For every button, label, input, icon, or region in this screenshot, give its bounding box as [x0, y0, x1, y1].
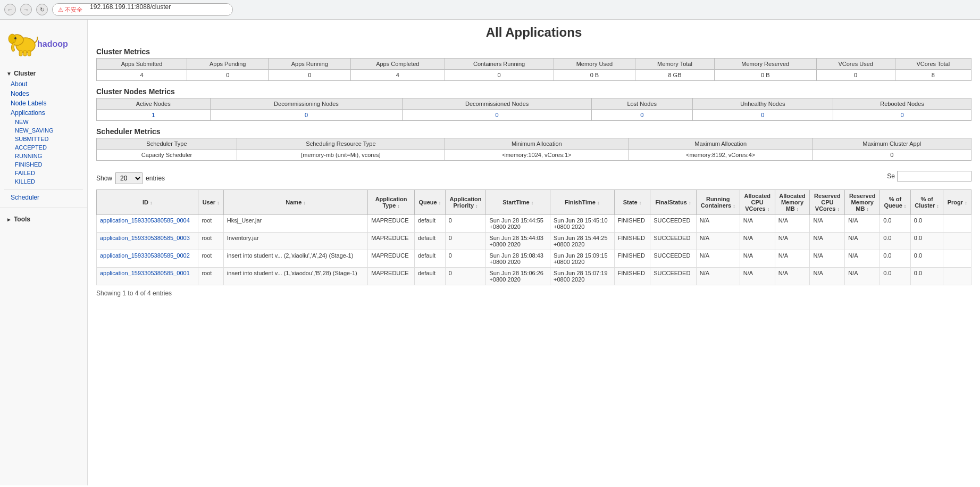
url-bar[interactable]: 192.168.199.11:8088/cluster — [85, 3, 227, 16]
table-cell: FINISHED — [614, 233, 650, 250]
col-header-state[interactable]: State ↕ — [614, 190, 650, 215]
svg-text:hadoop: hadoop — [37, 39, 68, 48]
table-cell: default — [414, 215, 445, 233]
col-header-priority[interactable]: ApplicationPriority ↕ — [445, 190, 486, 215]
search-input[interactable] — [897, 171, 971, 181]
table-cell: insert into student v... (2,'xiaoliu','A… — [223, 250, 367, 268]
cluster-header[interactable]: ▼ Cluster — [4, 68, 83, 79]
cnm-link-rebooted[interactable]: 0 — [901, 112, 904, 118]
table-cell: Sun Jun 28 15:44:25+0800 2020 — [550, 233, 614, 250]
app-id-link[interactable]: application_1593305380585_0003 — [100, 235, 190, 241]
table-cell: application_1593305380585_0003 — [97, 233, 198, 250]
tools-label: Tools — [14, 216, 30, 223]
sidebar-item-node-labels[interactable]: Node Labels — [4, 98, 83, 108]
cm-val-memory-total: 8 GB — [635, 70, 715, 81]
cm-val-apps-completed: 4 — [351, 70, 445, 81]
sidebar-item-submitted[interactable]: SUBMITTED — [4, 135, 83, 143]
table-cell: Sun Jun 28 15:07:19+0800 2020 — [550, 268, 614, 285]
cm-header-memory-reserved: Memory Reserved — [714, 59, 816, 70]
app-id-link[interactable]: application_1593305380585_0004 — [100, 217, 190, 224]
sidebar-item-killed[interactable]: KILLED — [4, 177, 83, 186]
sidebar-item-new[interactable]: NEW — [4, 118, 83, 126]
sort-arrow-reserved-cpu: ↕ — [837, 207, 840, 212]
col-header-pct-queue[interactable]: % ofQueue ↕ — [880, 190, 911, 215]
sm-val-max-cluster: 0 — [813, 150, 971, 161]
entries-select[interactable]: 10 20 25 50 100 — [115, 172, 143, 184]
table-cell: N/A — [696, 250, 740, 268]
sm-header-max-alloc: Maximum Allocation — [629, 138, 813, 150]
table-cell: N/A — [775, 250, 810, 268]
col-header-queue[interactable]: Queue ↕ — [414, 190, 445, 215]
sort-arrow-priority: ↕ — [475, 203, 478, 209]
table-cell: Inventory.jar — [223, 233, 367, 250]
show-entries-bar: Show 10 20 25 50 100 entries — [96, 172, 165, 184]
app-layout: hadoop ▼ Cluster About Nodes Node Labels… — [0, 20, 980, 485]
sort-arrow-finish-time: ↕ — [597, 200, 600, 205]
entries-label: entries — [146, 175, 165, 182]
col-header-user[interactable]: User ↕ — [198, 190, 223, 215]
table-cell: N/A — [775, 268, 810, 285]
cm-header-apps-pending: Apps Pending — [187, 59, 269, 70]
cnm-link-unhealthy[interactable]: 0 — [761, 112, 764, 118]
cnm-header-decommissioning: Decommissioning Nodes — [210, 98, 403, 110]
table-cell: 0.0 — [880, 215, 911, 233]
sort-arrow-final-status: ↕ — [689, 200, 691, 205]
col-header-pct-cluster[interactable]: % ofCluster ↕ — [910, 190, 943, 215]
page-title: All Applications — [96, 25, 971, 40]
cnm-val-unhealthy: 0 — [692, 110, 833, 121]
sidebar-item-accepted[interactable]: ACCEPTED — [4, 143, 83, 152]
col-header-app-type[interactable]: ApplicationType ↕ — [368, 190, 415, 215]
col-header-final-status[interactable]: FinalStatus ↕ — [650, 190, 696, 215]
cm-header-apps-running: Apps Running — [269, 59, 351, 70]
cluster-nodes-metrics-title: Cluster Nodes Metrics — [96, 87, 971, 96]
table-cell: root — [198, 250, 223, 268]
back-button[interactable]: ← — [4, 4, 16, 15]
svg-rect-5 — [23, 51, 27, 56]
sidebar-item-failed[interactable]: FAILED — [4, 169, 83, 177]
search-label: Se — [887, 172, 895, 180]
table-cell: N/A — [696, 233, 740, 250]
col-header-reserved-mem[interactable]: ReservedMemoryMB ↕ — [845, 190, 880, 215]
col-header-progress[interactable]: Progr ↕ — [943, 190, 971, 215]
table-cell: SUCCEEDED — [650, 233, 696, 250]
sidebar-item-scheduler[interactable]: Scheduler — [4, 193, 83, 202]
cluster-nodes-metrics-section: Cluster Nodes Metrics Active Nodes Decom… — [96, 87, 971, 121]
col-header-alloc-mem[interactable]: AllocatedMemoryMB ↕ — [775, 190, 810, 215]
table-cell — [943, 268, 971, 285]
forward-button[interactable]: → — [20, 4, 32, 15]
cnm-link-active[interactable]: 1 — [152, 112, 155, 118]
cnm-link-decommissioning[interactable]: 0 — [305, 112, 308, 118]
cm-val-memory-reserved: 0 B — [714, 70, 816, 81]
sidebar-item-new-saving[interactable]: NEW_SAVING — [4, 126, 83, 135]
col-header-start-time[interactable]: StartTime ↕ — [486, 190, 550, 215]
table-cell: N/A — [775, 233, 810, 250]
app-id-link[interactable]: application_1593305380585_0002 — [100, 252, 190, 259]
table-cell: Sun Jun 28 15:09:15+0800 2020 — [550, 250, 614, 268]
sm-header-type: Scheduler Type — [97, 138, 237, 150]
table-cell: application_1593305380585_0004 — [97, 215, 198, 233]
sidebar: hadoop ▼ Cluster About Nodes Node Labels… — [0, 20, 88, 485]
app-id-link[interactable]: application_1593305380585_0001 — [100, 270, 190, 276]
col-header-name[interactable]: Name ↕ — [223, 190, 367, 215]
sort-arrow-app-type: ↕ — [397, 203, 400, 209]
cnm-link-decommissioned[interactable]: 0 — [496, 112, 499, 118]
sort-arrow-alloc-cpu: ↕ — [767, 207, 770, 212]
cm-header-memory-total: Memory Total — [635, 59, 715, 70]
table-cell: N/A — [696, 215, 740, 233]
tools-header[interactable]: ► Tools — [4, 213, 83, 225]
col-header-alloc-cpu[interactable]: AllocatedCPUVCores ↕ — [740, 190, 775, 215]
col-header-running-containers[interactable]: RunningContainers ↕ — [696, 190, 740, 215]
sidebar-item-nodes[interactable]: Nodes — [4, 89, 83, 98]
col-header-finish-time[interactable]: FinishTime ↕ — [550, 190, 614, 215]
table-cell: 0.0 — [910, 250, 943, 268]
col-header-reserved-cpu[interactable]: ReservedCPUVCores ↕ — [810, 190, 845, 215]
col-header-id[interactable]: ID ↕ — [97, 190, 198, 215]
sidebar-item-applications[interactable]: Applications — [4, 108, 83, 118]
sidebar-item-about[interactable]: About — [4, 79, 83, 89]
cluster-section: ▼ Cluster About Nodes Node Labels Applic… — [0, 65, 87, 204]
cnm-link-lost[interactable]: 0 — [640, 112, 643, 118]
sidebar-item-running[interactable]: RUNNING — [4, 152, 83, 160]
sidebar-item-finished[interactable]: FINISHED — [4, 160, 83, 169]
table-cell: N/A — [740, 268, 775, 285]
refresh-button[interactable]: ↻ — [36, 4, 48, 15]
